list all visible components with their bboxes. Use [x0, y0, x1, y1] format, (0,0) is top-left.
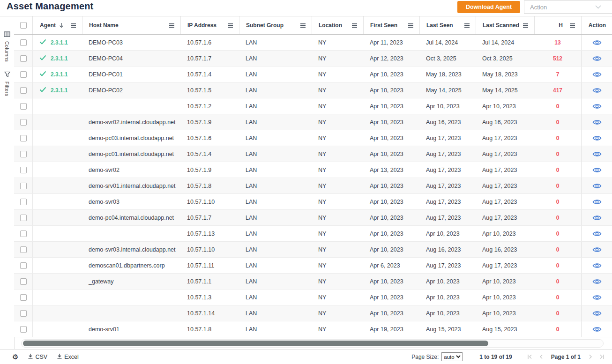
- select-all-checkbox[interactable]: [20, 22, 27, 29]
- cell-first_seen: Apr 13, 2023: [363, 162, 419, 178]
- row-checkbox[interactable]: [20, 55, 27, 62]
- row-checkbox[interactable]: [20, 135, 27, 141]
- column-header-location[interactable]: Location: [312, 16, 363, 34]
- cell-action: [581, 82, 612, 98]
- filters-panel-toggle[interactable]: Filters: [0, 71, 14, 96]
- cell-checkbox: [14, 162, 33, 178]
- view-asset-eye-button[interactable]: [592, 310, 602, 317]
- high-vuln-count: 417: [553, 87, 562, 94]
- view-asset-eye-button[interactable]: [592, 167, 602, 173]
- agent-online-check-icon: [39, 87, 46, 94]
- asset-grid: Columns Filters AgentHost NameIP Address…: [0, 16, 612, 349]
- column-header-host_name[interactable]: Host Name: [82, 16, 180, 34]
- view-asset-eye-button[interactable]: [592, 199, 602, 205]
- view-asset-eye-button[interactable]: [592, 262, 602, 269]
- agent-version: 2.3.1.1: [51, 87, 68, 94]
- asset-row: demoscan01.dbpartners.corp10.57.1.11LANN…: [14, 258, 612, 274]
- cell-high: 0: [534, 162, 581, 178]
- row-checkbox[interactable]: [20, 310, 27, 317]
- column-header-action[interactable]: Action: [581, 16, 612, 34]
- row-checkbox[interactable]: [20, 215, 27, 221]
- column-menu-icon[interactable]: [227, 23, 233, 28]
- column-header-high[interactable]: H: [534, 16, 581, 34]
- column-menu-icon[interactable]: [408, 23, 414, 28]
- column-menu-icon[interactable]: [522, 23, 529, 28]
- pagination: Page 1 of 1: [527, 354, 605, 360]
- column-label: Action: [589, 22, 606, 29]
- cell-first_seen: Apr 10, 2023: [363, 242, 419, 257]
- view-asset-eye-button[interactable]: [592, 294, 602, 301]
- view-asset-eye-button[interactable]: [592, 246, 602, 253]
- grid-settings-gear-icon[interactable]: ⚙: [12, 353, 18, 360]
- cell-checkbox: [14, 178, 33, 193]
- row-checkbox[interactable]: [20, 183, 27, 189]
- cell-first_seen: Apr 10, 2023: [363, 82, 419, 98]
- column-menu-icon[interactable]: [569, 23, 575, 28]
- view-asset-eye-button[interactable]: [592, 55, 602, 62]
- row-checkbox[interactable]: [20, 167, 27, 173]
- row-checkbox[interactable]: [20, 119, 27, 126]
- view-asset-eye-button[interactable]: [592, 230, 602, 237]
- row-checkbox[interactable]: [20, 199, 27, 205]
- cell-host_name: demo-pc03.internal.cloudapp.net: [82, 130, 180, 146]
- last-page-button[interactable]: [599, 354, 605, 359]
- cell-agent: [33, 178, 82, 193]
- view-asset-eye-button[interactable]: [592, 215, 602, 221]
- row-checkbox[interactable]: [20, 230, 27, 237]
- column-label: Agent: [40, 22, 56, 29]
- export-csv-button[interactable]: CSV: [28, 353, 47, 360]
- horizontal-scrollbar-thumb[interactable]: [23, 341, 488, 346]
- cell-subnet_group: LAN: [239, 274, 312, 289]
- row-checkbox[interactable]: [20, 326, 27, 333]
- row-checkbox[interactable]: [20, 294, 27, 301]
- view-asset-eye-button[interactable]: [592, 151, 602, 157]
- page-size-select[interactable]: auto: [441, 352, 463, 361]
- row-checkbox[interactable]: [20, 151, 27, 157]
- view-asset-eye-button[interactable]: [592, 71, 602, 78]
- row-range-text: 1 to 19 of 19: [479, 354, 512, 360]
- cell-location: NY: [312, 274, 363, 289]
- cell-ip_address: 10.57.1.14: [180, 305, 239, 321]
- column-menu-icon[interactable]: [351, 23, 358, 28]
- cell-subnet_group: LAN: [239, 194, 312, 209]
- view-asset-eye-button[interactable]: [592, 135, 602, 141]
- download-agent-button[interactable]: Download Agent: [457, 1, 520, 13]
- view-asset-eye-button[interactable]: [592, 39, 602, 46]
- row-checkbox[interactable]: [20, 71, 27, 78]
- next-page-button[interactable]: [589, 354, 593, 359]
- column-menu-icon[interactable]: [300, 23, 306, 28]
- first-page-button[interactable]: [527, 354, 533, 359]
- column-menu-icon[interactable]: [464, 23, 470, 28]
- asset-row: demo-svr0310.57.1.10LANNYApr 10, 2023Aug…: [14, 194, 612, 210]
- export-excel-button[interactable]: Excel: [57, 353, 79, 360]
- view-asset-eye-button[interactable]: [592, 278, 602, 285]
- asset-row: 2.3.1.1DEMO-PC0210.57.1.5LANNYApr 10, 20…: [14, 82, 612, 98]
- view-asset-eye-button[interactable]: [592, 103, 602, 110]
- row-checkbox[interactable]: [20, 278, 27, 285]
- view-asset-eye-button[interactable]: [592, 183, 602, 189]
- horizontal-scrollbar[interactable]: [21, 339, 604, 348]
- row-checkbox[interactable]: [20, 87, 27, 94]
- asset-row: 10.57.1.2LANNYApr 10, 2023Apr 10, 2023Ap…: [14, 98, 612, 114]
- column-header-last_scanned[interactable]: Last Scanned: [476, 16, 534, 34]
- columns-panel-toggle[interactable]: Columns: [0, 30, 14, 62]
- column-header-subnet_group[interactable]: Subnet Group: [239, 16, 312, 34]
- high-vuln-count: 0: [556, 167, 560, 173]
- cell-first_seen: Apr 10, 2023: [363, 98, 419, 114]
- column-header-agent[interactable]: Agent: [33, 16, 82, 34]
- row-checkbox[interactable]: [20, 39, 27, 46]
- row-checkbox[interactable]: [20, 246, 27, 253]
- row-checkbox[interactable]: [20, 262, 27, 269]
- view-asset-eye-button[interactable]: [592, 119, 602, 126]
- row-checkbox[interactable]: [20, 103, 27, 110]
- column-header-first_seen[interactable]: First Seen: [363, 16, 419, 34]
- view-asset-eye-button[interactable]: [592, 87, 602, 94]
- previous-page-button[interactable]: [539, 354, 543, 359]
- action-dropdown[interactable]: Action: [524, 0, 612, 14]
- cell-location: NY: [312, 162, 363, 178]
- column-menu-icon[interactable]: [70, 23, 76, 28]
- column-header-last_seen[interactable]: Last Seen: [419, 16, 476, 34]
- view-asset-eye-button[interactable]: [592, 326, 602, 333]
- column-header-ip_address[interactable]: IP Address: [180, 16, 239, 34]
- column-menu-icon[interactable]: [169, 23, 175, 28]
